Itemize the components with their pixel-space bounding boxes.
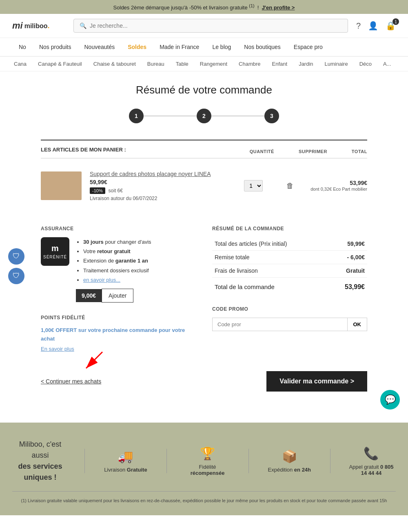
ajouter-button[interactable]: Ajouter (102, 289, 133, 303)
banner-link[interactable]: J'en profite > (262, 4, 295, 11)
resume-label-2: Remise totale (212, 250, 329, 264)
steps-indicator: 1 2 3 (41, 109, 367, 123)
cart-item-total: 53,99€ dont 0,32€ Eco Part mobilier (310, 180, 367, 192)
assurance-feature-1: 30 jours pour changer d'avis (83, 237, 196, 247)
nav-boutiques[interactable]: Nos boutiques (237, 38, 287, 56)
left-section: ASSURANCE m SÉRÉNITÉ 30 jours pour chang… (41, 226, 196, 352)
subnav-more[interactable]: A... (377, 57, 397, 71)
arrow-annotation (78, 348, 111, 374)
subnav-jardin[interactable]: Jardin (293, 57, 319, 71)
footer-tagline: Miliboo, c'est aussi des services unique… (12, 439, 68, 483)
cart-item-details: Support de cadres photos placage noyer L… (90, 171, 229, 201)
assurance-feature-2: Votre retour gratuit (83, 247, 196, 256)
nav-nos-produits[interactable]: Nos produits (33, 38, 78, 56)
resume-row-2: Remise totale - 6,00€ (212, 250, 367, 264)
item-total-price: 53,99€ (310, 180, 367, 186)
assurance-price-btn: 9,00€ Ajouter (76, 289, 196, 303)
logo-mi: mi (12, 20, 23, 31)
page-title: Résumé de votre commande (41, 84, 367, 96)
resume-value-1: 59,99€ (329, 237, 367, 251)
nav-made-in-france[interactable]: Made in France (153, 38, 206, 56)
cart-item-delivery: Livraison autour du 06/07/2022 (90, 196, 229, 201)
resume-row-3: Frais de livraison Gratuit (212, 264, 367, 277)
phone-icon: 📞 (364, 446, 379, 461)
fidelite-icon: 🏆 (200, 446, 215, 461)
code-promo-section: CODE PROMO OK (212, 306, 367, 331)
resume-label-3: Frais de livraison (212, 264, 329, 277)
chat-button[interactable]: 💬 (380, 390, 400, 410)
resume-total-row: Total de la commande 53,99€ (212, 277, 367, 294)
promo-input[interactable] (212, 318, 348, 331)
assurance-box: m SÉRÉNITÉ 30 jours pour changer d'avis … (41, 237, 196, 303)
subnav-enfant[interactable]: Enfant (266, 57, 293, 71)
total-label: Total de la commande (212, 277, 329, 294)
resume-table: Total des articles (Prix initial) 59,99€… (212, 237, 367, 294)
subnav-canape[interactable]: Canapé & Fauteuil (32, 57, 88, 71)
help-icon[interactable]: ? (356, 21, 361, 31)
promo-ok-button[interactable]: OK (348, 318, 368, 331)
cart-section-title: LES ARTICLES DE MON PANIER : (41, 146, 126, 154)
fidelite-section: POINTS FIDÉLITÉ 1,00€ OFFERT sur votre p… (41, 315, 196, 352)
assurance-title: ASSURANCE (41, 226, 196, 231)
subnav-rangement[interactable]: Rangement (194, 57, 233, 71)
search-icon: 🔍 (80, 22, 86, 29)
footer-service-fidelite: 🏆 Fidélité récompensée (183, 446, 232, 476)
top-banner: Soldes 2ème démarque jusqu'à -50% et liv… (0, 0, 408, 14)
resume-label-1: Total des articles (Prix initial) (212, 237, 329, 251)
livraison-icon: 🚚 (118, 449, 133, 463)
cart-badge: 1 (392, 18, 399, 25)
footer-top: Miliboo, c'est aussi des services unique… (12, 439, 396, 483)
nav-espace-pro[interactable]: Espace pro (287, 38, 329, 56)
subnav-bureau[interactable]: Bureau (142, 57, 170, 71)
col-delete: SUPPRIMER (299, 149, 327, 154)
cart-item-qty: 1 2 3 (237, 180, 270, 191)
assurance-details: 30 jours pour changer d'avis Votre retou… (76, 237, 196, 303)
search-input[interactable] (90, 22, 342, 29)
col-quantity: QUANTITÉ (250, 149, 274, 154)
cart-icon[interactable]: 🔒 1 (386, 21, 396, 31)
logo[interactable]: mi miliboo. (12, 20, 65, 31)
validate-button[interactable]: Valider ma commande > (266, 371, 367, 392)
user-icon[interactable]: 👤 (368, 21, 378, 31)
footer-divider-3 (248, 449, 249, 473)
cart-item: Support de cadres photos placage noyer L… (41, 167, 367, 205)
nav-no[interactable]: No (12, 38, 33, 56)
discount-pct-badge: -10% (90, 187, 105, 194)
fidelite-text: 1,00€ OFFERT sur votre prochaine command… (41, 326, 196, 343)
cart-item-name[interactable]: Support de cadres photos placage noyer L… (90, 171, 229, 177)
resume-value-2: - 6,00€ (329, 250, 367, 264)
nav-soldes[interactable]: Soldes (121, 38, 153, 56)
arrow-svg (78, 348, 111, 372)
subnav-cana[interactable]: Cana (8, 57, 32, 71)
bottom-sections: ASSURANCE m SÉRÉNITÉ 30 jours pour chang… (41, 226, 367, 352)
discount-amount: soit 6€ (109, 188, 123, 194)
banner-text: Soldes 2ème démarque jusqu'à -50% et liv… (113, 4, 248, 11)
step-3: 3 (264, 109, 279, 123)
promo-title: CODE PROMO (212, 306, 367, 312)
resume-row-1: Total des articles (Prix initial) 59,99€ (212, 237, 367, 251)
total-value: 53,99€ (329, 277, 367, 294)
cart-item-discount: -10% soit 6€ (90, 187, 229, 194)
col-total: TOTAL (352, 149, 367, 154)
footer-divider-2 (166, 449, 167, 473)
footer-service-livraison: 🚚 Livraison Gratuite (101, 449, 150, 473)
logo-miliboo: miliboo. (24, 22, 50, 30)
continue-link[interactable]: < Continuer mes achats (41, 378, 101, 385)
delete-button[interactable]: 🗑 (286, 182, 294, 190)
subnav-chaise[interactable]: Chaise & tabouret (88, 57, 142, 71)
svg-line-1 (86, 352, 102, 368)
nav-le-blog[interactable]: Le blog (206, 38, 237, 56)
cart-section: LES ARTICLES DE MON PANIER : QUANTITÉ SU… (41, 140, 367, 213)
fidelite-title: POINTS FIDÉLITÉ (41, 315, 196, 321)
nav-nouveautes[interactable]: Nouveautés (78, 38, 122, 56)
footer-service-expedition: 📦 Expédition en 24h (265, 449, 314, 473)
subnav-table[interactable]: Table (170, 57, 194, 71)
subnav-luminaire[interactable]: Luminaire (319, 57, 354, 71)
step-1: 1 (129, 109, 144, 123)
quantity-select[interactable]: 1 2 3 (244, 180, 263, 191)
search-bar[interactable]: 🔍 (73, 19, 348, 33)
subnav-chambre[interactable]: Chambre (233, 57, 266, 71)
main-content: Résumé de votre commande 1 2 3 LES ARTIC… (0, 71, 408, 406)
subnav-deco[interactable]: Déco (354, 57, 377, 71)
fidelite-link[interactable]: En savoir plus (41, 346, 196, 352)
